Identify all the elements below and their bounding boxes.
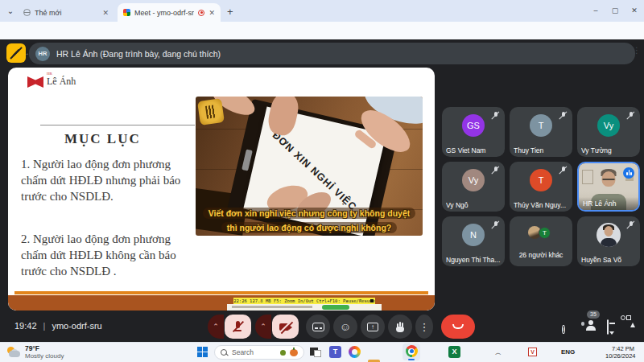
captions-button[interactable] [306, 315, 330, 339]
new-tab-button[interactable]: + [227, 6, 233, 17]
mic-off-icon [626, 220, 635, 229]
participant-tile[interactable]: GS GS Viet Nam [442, 107, 505, 157]
participant-count-badge: 35 [587, 311, 600, 319]
recorder-status-text: 22:26 127.8 MB F5: Zoom In/Out Ctrl+F10:… [233, 298, 375, 304]
logo-text: HRLê Ánh [47, 76, 76, 88]
teams-icon[interactable]: T [329, 346, 341, 358]
avatar: T [530, 169, 552, 191]
meeting-code: ymo-odrf-sru [52, 321, 101, 331]
tab-label: Meet - ymo-odrf-sru [134, 9, 194, 17]
start-button[interactable] [197, 347, 208, 357]
participant-tile[interactable]: Huyền Sa Võ [577, 216, 640, 266]
slide-accent-bar [14, 291, 428, 294]
window-minimize-button[interactable]: – [590, 5, 601, 16]
logo-bowtie-icon [27, 76, 43, 88]
copilot-icon[interactable] [349, 346, 361, 358]
participant-overflow-tile[interactable]: T 26 người khác [510, 216, 572, 266]
slide-logo: HRLê Ánh [27, 76, 76, 88]
reactions-button[interactable]: ☺ [333, 315, 357, 339]
participant-tile[interactable]: T Thuy Tien [510, 107, 572, 157]
weather-widget[interactable]: 79°FMostly cloudy [6, 344, 64, 360]
globe-icon [23, 9, 31, 16]
windows-taskbar [0, 342, 644, 362]
overflow-count-label: 26 người khác [510, 251, 572, 259]
window-maximize-button[interactable]: ▢ [609, 5, 621, 16]
avatar: T [530, 114, 552, 137]
search-icon [221, 349, 228, 356]
shared-screen[interactable]: HRLê Ánh MỤC LỤC 1. Người lao động đơn p… [8, 68, 435, 311]
slide-title: MỤC LỤC [64, 131, 141, 147]
end-call-button[interactable] [441, 315, 475, 339]
mic-off-icon [559, 111, 568, 120]
chat-button[interactable] [607, 320, 609, 335]
tab-new-tab-page[interactable]: Thẻ mới ✕ [18, 3, 114, 22]
slide-item-2: 2. Người lao động đơn phương chấm dứt HĐ… [21, 232, 200, 279]
annotation-toggle-button[interactable] [6, 43, 26, 63]
participant-name: GS Viet Nam [446, 146, 502, 154]
more-options-button[interactable]: ⋮ [415, 315, 433, 339]
participant-name: Huyền Sa Võ [581, 256, 637, 264]
raise-hand-button[interactable] [388, 315, 412, 339]
audio-speaking-icon [623, 167, 634, 179]
participant-name: HR Lê Ánh [583, 200, 635, 208]
slide-divider [40, 125, 195, 125]
mic-off-icon [491, 111, 500, 120]
participant-tile[interactable]: T Thúy Văn Nguy... [510, 162, 572, 212]
meeting-details-button[interactable]: i [562, 320, 565, 335]
v-app-tray-icon[interactable]: V [528, 348, 537, 356]
file-explorer-icon[interactable] [368, 358, 380, 362]
tab-meet[interactable]: Meet - ymo-odrf-sru ✕ [118, 3, 221, 22]
taskbar-search[interactable]: Search [214, 345, 304, 360]
mic-off-icon [626, 111, 635, 120]
participant-name: Nguyen Thi Tha... [446, 256, 502, 264]
browser-tabstrip: ⌄ Thẻ mới ✕ Meet - ymo-odrf-sru ✕ + – ▢ … [0, 0, 644, 22]
participant-name: Thúy Văn Nguy... [514, 201, 569, 209]
mic-options-chevron[interactable]: ⌃ [208, 315, 224, 339]
camera-control-group: ⌃ [255, 315, 299, 339]
close-tab-icon[interactable]: ✕ [102, 9, 109, 17]
clock-date: 10/26/2024 [605, 352, 634, 360]
camera-off-button[interactable] [272, 315, 299, 339]
phone-down-icon [452, 324, 464, 329]
tray-overflow-chevron[interactable]: ︿ [495, 348, 502, 357]
pumpkin-icon [290, 349, 298, 356]
olive-icon [280, 350, 286, 356]
window-close-button[interactable]: ✕ [629, 5, 640, 16]
language-indicator[interactable]: ENG [561, 348, 575, 356]
participant-tile[interactable]: Vy Vy Tường [577, 107, 640, 157]
clock-time: 7:42 PM [605, 345, 634, 352]
slide-item-1: 1. Người lao động đơn phương chấm dứt HĐ… [21, 157, 200, 204]
mini-avatar: T [539, 227, 551, 239]
photo-caption: Viết đơn xin nghỉ việc nhưng công ty khô… [196, 205, 423, 234]
screen-recorder-overlay: 22:26 127.8 MB F5: Zoom In/Out Ctrl+F10:… [227, 298, 382, 311]
participant-tile[interactable]: N Nguyen Thi Tha... [442, 216, 505, 266]
presenter-avatar: HR [35, 47, 50, 61]
meeting-info: 19:42 | ymo-odrf-sru [14, 321, 102, 331]
browser-toolbar: ← → ⟳ meet.google.com/ymo-odrf-sru ☆ ⋮ [0, 22, 644, 39]
info-icon: i [562, 325, 565, 334]
mic-off-icon [559, 166, 568, 175]
participant-tile-presenter-video[interactable]: HR Lê Ánh [577, 162, 640, 212]
mic-off-icon [491, 166, 500, 175]
weather-icon [6, 346, 21, 359]
meeting-time: 19:42 [14, 321, 37, 331]
excel-icon[interactable]: X [448, 346, 460, 358]
taskbar-clock[interactable]: 7:42 PM 10/26/2024 [605, 345, 634, 360]
weather-temp: 79°F [25, 344, 64, 352]
avatar: Vy [597, 114, 620, 137]
camera-options-chevron[interactable]: ⌃ [255, 315, 271, 339]
mic-mute-button[interactable] [225, 315, 251, 339]
present-button[interactable]: ↑ [361, 315, 385, 339]
tab-search-chevron-icon[interactable]: ⌄ [5, 6, 16, 17]
task-view-button[interactable] [310, 346, 322, 358]
avatar: Vy [462, 169, 485, 191]
hand-icon [395, 322, 405, 332]
presenter-banner-text: HR Lê Ánh (Đang trình bày, đang chú thíc… [56, 49, 221, 59]
avatar: N [462, 224, 485, 246]
captions-icon [312, 323, 324, 331]
close-tab-icon[interactable]: ✕ [208, 9, 215, 17]
chrome-icon-active[interactable] [402, 343, 420, 360]
weather-desc: Mostly cloudy [25, 352, 64, 360]
avatar-photo [597, 223, 621, 247]
participant-tile[interactable]: Vy Vy Ngô [442, 162, 505, 212]
